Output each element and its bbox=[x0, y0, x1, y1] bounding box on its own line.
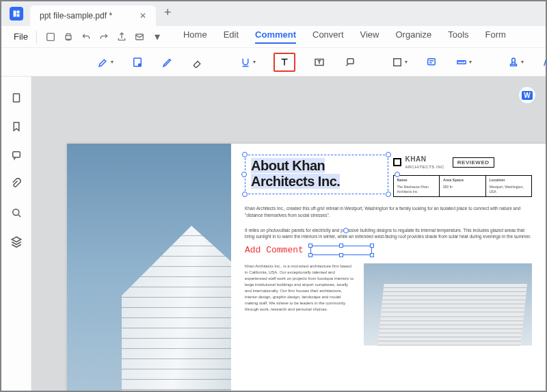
menu-organize[interactable]: Organize bbox=[395, 29, 431, 44]
selected-text-box[interactable]: About KhanArchitects Inc. bbox=[245, 155, 388, 194]
menu-home[interactable]: Home bbox=[183, 29, 207, 44]
title-bar: ppt file-sample.pdf * ✕ + bbox=[1, 1, 546, 26]
brand-name: KHAN bbox=[405, 155, 444, 164]
left-sidebar bbox=[1, 77, 31, 391]
svg-rect-10 bbox=[394, 58, 401, 66]
share-icon[interactable] bbox=[116, 31, 127, 42]
svg-rect-13 bbox=[13, 94, 19, 102]
layers-icon[interactable] bbox=[10, 235, 23, 248]
menu-bar: File ▾ Home Edit Comment Convert View Or… bbox=[1, 26, 546, 48]
pencil-tool[interactable] bbox=[161, 56, 174, 68]
reviewed-badge: REVIEWED bbox=[453, 157, 494, 168]
menu-comment[interactable]: Comment bbox=[255, 29, 296, 44]
svg-rect-11 bbox=[428, 58, 436, 64]
thumbnails-icon[interactable] bbox=[10, 92, 23, 104]
svg-rect-0 bbox=[14, 11, 16, 17]
menu-form[interactable]: Form bbox=[485, 29, 506, 44]
comment-ribbon: ▾ ▾ ▾ ▾ ▾ bbox=[1, 48, 546, 77]
info-table: NameThe Mauhause Khan Architects Inc Are… bbox=[393, 175, 533, 197]
callout-tool[interactable] bbox=[343, 56, 356, 68]
email-icon[interactable] bbox=[134, 31, 145, 42]
save-icon[interactable] bbox=[45, 31, 56, 42]
more-icon[interactable]: ▾ bbox=[152, 31, 163, 42]
menu-tools[interactable]: Tools bbox=[448, 29, 468, 44]
page-secondary-image bbox=[364, 263, 532, 345]
convert-to-word-button[interactable]: W bbox=[518, 86, 536, 104]
menu-edit[interactable]: Edit bbox=[224, 29, 239, 44]
redo-icon[interactable] bbox=[98, 31, 109, 42]
paragraph-1: Khan Architects Inc., created this off-g… bbox=[245, 205, 532, 219]
search-icon[interactable] bbox=[10, 207, 23, 219]
shape-tool[interactable]: ▾ bbox=[391, 56, 408, 68]
text-comment-tool[interactable] bbox=[274, 53, 295, 72]
pdf-page: About KhanArchitects Inc. KHAN ARCHITECT… bbox=[67, 144, 546, 391]
underline-tool[interactable]: ▾ bbox=[239, 56, 256, 68]
document-canvas[interactable]: W About KhanArchitects Inc. KHAN bbox=[31, 77, 546, 391]
print-icon[interactable] bbox=[63, 31, 74, 42]
tab-title: ppt file-sample.pdf * bbox=[40, 11, 112, 21]
svg-rect-14 bbox=[12, 152, 20, 157]
main-menu: Home Edit Comment Convert View Organize … bbox=[183, 29, 506, 44]
eraser-tool[interactable] bbox=[191, 56, 204, 68]
page-hero-image bbox=[67, 144, 231, 391]
text-cursor-handle[interactable] bbox=[343, 228, 349, 233]
svg-rect-4 bbox=[66, 36, 71, 39]
menu-convert[interactable]: Convert bbox=[312, 29, 344, 44]
brand-sub: ARCHITECTS INC bbox=[405, 164, 444, 170]
document-tab[interactable]: ppt file-sample.pdf * ✕ bbox=[30, 5, 156, 26]
stamp-tool[interactable]: ▾ bbox=[507, 56, 524, 68]
brand-block: KHAN ARCHITECTS INC REVIEWED NameThe Mau… bbox=[393, 155, 533, 197]
sticky-note-tool[interactable] bbox=[425, 56, 438, 68]
app-logo-icon bbox=[10, 7, 23, 21]
doc-title: About KhanArchitects Inc. bbox=[251, 158, 382, 190]
signature-tool[interactable] bbox=[542, 56, 547, 68]
note-tool[interactable] bbox=[131, 56, 144, 68]
svg-rect-3 bbox=[47, 33, 55, 40]
new-tab-button[interactable]: + bbox=[164, 5, 172, 20]
add-comment-annotation[interactable]: Add Comment bbox=[245, 244, 304, 257]
paragraph-3: Khan Architects Inc., is a mid-sized arc… bbox=[245, 263, 354, 345]
file-menu[interactable]: File bbox=[8, 29, 34, 44]
menu-view[interactable]: View bbox=[360, 29, 379, 44]
bookmarks-icon[interactable] bbox=[10, 120, 23, 133]
svg-rect-2 bbox=[17, 14, 20, 17]
brand-logo-icon bbox=[393, 158, 401, 166]
comments-panel-icon[interactable] bbox=[10, 149, 23, 161]
svg-point-7 bbox=[139, 64, 141, 66]
empty-text-box[interactable] bbox=[310, 246, 372, 255]
svg-rect-1 bbox=[17, 11, 20, 14]
close-tab-icon[interactable]: ✕ bbox=[139, 11, 146, 21]
undo-icon[interactable] bbox=[81, 31, 92, 42]
paragraph-2: It relies on photovoltaic panels for ele… bbox=[245, 227, 532, 241]
attachments-icon[interactable] bbox=[10, 178, 23, 190]
svg-point-15 bbox=[12, 209, 18, 215]
measure-tool[interactable]: ▾ bbox=[455, 56, 472, 68]
text-box-tool[interactable] bbox=[313, 56, 325, 68]
highlight-tool[interactable]: ▾ bbox=[97, 56, 114, 68]
svg-rect-9 bbox=[347, 58, 353, 64]
